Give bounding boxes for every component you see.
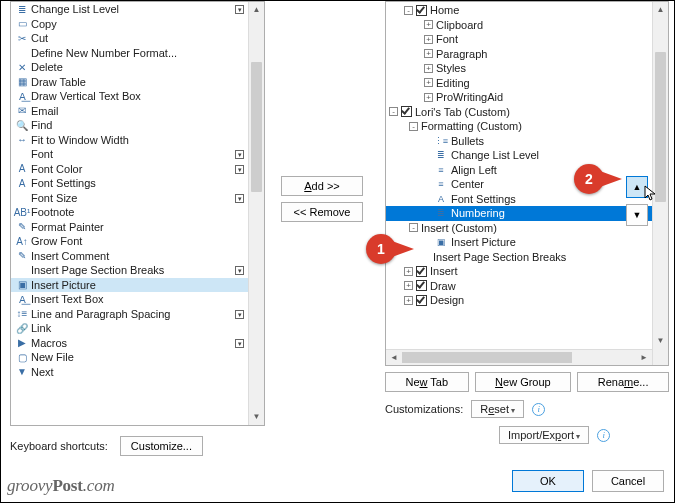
expand-icon[interactable]: + bbox=[424, 35, 433, 44]
expand-icon[interactable]: + bbox=[404, 267, 413, 276]
checkbox[interactable] bbox=[401, 106, 412, 117]
command-item[interactable]: AFont Settings bbox=[11, 176, 264, 191]
scroll-down-button[interactable]: ▼ bbox=[653, 333, 668, 349]
command-item[interactable]: A͟Insert Text Box bbox=[11, 292, 264, 307]
scroll-thumb[interactable] bbox=[251, 62, 262, 192]
tree-item[interactable]: -Formatting (Custom) bbox=[386, 119, 668, 134]
command-label: Insert Comment bbox=[31, 250, 262, 262]
collapse-icon[interactable]: - bbox=[404, 6, 413, 15]
command-item[interactable]: ✎Format Painter bbox=[11, 220, 264, 235]
checkbox[interactable] bbox=[416, 266, 427, 277]
command-item[interactable]: 🔗Link bbox=[11, 321, 264, 336]
reset-dropdown[interactable]: Reset bbox=[471, 400, 524, 418]
tree-item-label: Change List Level bbox=[451, 149, 539, 161]
tree-item-label: ProWritingAid bbox=[436, 91, 503, 103]
command-item[interactable]: ↔Fit to Window Width bbox=[11, 133, 264, 148]
command-item[interactable]: 🔍Find bbox=[11, 118, 264, 133]
scroll-thumb[interactable] bbox=[655, 52, 666, 202]
expand-icon[interactable]: + bbox=[424, 78, 433, 87]
annotation-callout-2: 2 bbox=[574, 164, 604, 194]
command-item[interactable]: A͟Draw Vertical Text Box bbox=[11, 89, 264, 104]
command-item[interactable]: AB¹Footnote bbox=[11, 205, 264, 220]
expand-icon[interactable]: + bbox=[424, 93, 433, 102]
command-item[interactable]: Font Size bbox=[11, 191, 264, 206]
collapse-icon[interactable]: - bbox=[409, 223, 418, 232]
move-down-button[interactable]: ▼ bbox=[626, 204, 648, 226]
scroll-down-button[interactable]: ▼ bbox=[249, 409, 264, 425]
command-item[interactable]: ▢New File bbox=[11, 350, 264, 365]
command-icon: ✂ bbox=[13, 31, 31, 45]
collapse-icon[interactable]: - bbox=[409, 122, 418, 131]
ok-button[interactable]: OK bbox=[512, 470, 584, 492]
tree-item[interactable]: +Editing bbox=[386, 76, 668, 91]
info-icon[interactable]: i bbox=[597, 429, 610, 442]
info-icon[interactable]: i bbox=[532, 403, 545, 416]
command-item[interactable]: ▼Next bbox=[11, 365, 264, 380]
expand-icon[interactable]: + bbox=[404, 281, 413, 290]
command-item[interactable]: ✉Email bbox=[11, 104, 264, 119]
command-item[interactable]: A↑Grow Font bbox=[11, 234, 264, 249]
import-export-dropdown[interactable]: Import/Export bbox=[499, 426, 589, 444]
separator-icon bbox=[235, 165, 244, 174]
add-button[interactable]: Add >> bbox=[281, 176, 363, 196]
tree-item-label: Styles bbox=[436, 62, 466, 74]
command-item[interactable]: ✎Insert Comment bbox=[11, 249, 264, 264]
scroll-up-button[interactable]: ▲ bbox=[653, 2, 668, 18]
scroll-thumb[interactable] bbox=[402, 352, 572, 363]
command-item[interactable]: AFont Color bbox=[11, 162, 264, 177]
command-label: Format Painter bbox=[31, 221, 262, 233]
tree-item[interactable]: +Paragraph bbox=[386, 47, 668, 62]
command-item[interactable]: Insert Page Section Breaks bbox=[11, 263, 264, 278]
command-item[interactable]: ≣Change List Level bbox=[11, 2, 264, 17]
checkbox[interactable] bbox=[416, 295, 427, 306]
command-icon: A bbox=[13, 176, 31, 190]
tree-item[interactable]: +Clipboard bbox=[386, 18, 668, 33]
scroll-right-button[interactable]: ► bbox=[636, 350, 652, 366]
tree-item[interactable]: -Lori's Tab (Custom) bbox=[386, 105, 668, 120]
tree-item[interactable]: +Insert bbox=[386, 264, 668, 279]
command-icon: A͟ bbox=[13, 89, 31, 103]
command-item[interactable]: ▣Insert Picture bbox=[11, 278, 264, 293]
checkbox[interactable] bbox=[416, 5, 427, 16]
customize-shortcuts-button[interactable]: Customize... bbox=[120, 436, 203, 456]
tree-item[interactable]: ≡Align Left bbox=[386, 163, 668, 178]
scroll-up-button[interactable]: ▲ bbox=[249, 2, 264, 18]
expand-icon[interactable]: + bbox=[424, 64, 433, 73]
tree-item-label: Design bbox=[430, 294, 464, 306]
tree-item[interactable]: ⋮≡Bullets bbox=[386, 134, 668, 149]
expand-icon[interactable]: + bbox=[424, 20, 433, 29]
command-item[interactable]: ▦Draw Table bbox=[11, 75, 264, 90]
command-item[interactable]: ✕Delete bbox=[11, 60, 264, 75]
move-up-button[interactable]: ▲ bbox=[626, 176, 648, 198]
command-item[interactable]: ✂Cut bbox=[11, 31, 264, 46]
scroll-left-button[interactable]: ◄ bbox=[386, 350, 402, 366]
expand-icon[interactable]: + bbox=[404, 296, 413, 305]
cancel-button[interactable]: Cancel bbox=[592, 470, 664, 492]
command-item[interactable]: Define New Number Format... bbox=[11, 46, 264, 61]
expand-icon[interactable]: + bbox=[424, 49, 433, 58]
command-item[interactable]: Font bbox=[11, 147, 264, 162]
reorder-buttons: ▲ ▼ bbox=[626, 176, 648, 232]
new-group-button[interactable]: New Group bbox=[475, 372, 572, 392]
tree-item[interactable]: ▣Insert Picture bbox=[386, 235, 668, 250]
tree-item[interactable]: -Home bbox=[386, 3, 668, 18]
tree-item[interactable]: ≣Change List Level bbox=[386, 148, 668, 163]
tree-item[interactable]: +Draw bbox=[386, 279, 668, 294]
new-tab-button[interactable]: New Tab bbox=[385, 372, 469, 392]
tree-item[interactable]: +Styles bbox=[386, 61, 668, 76]
commands-scrollbar[interactable]: ▲ ▼ bbox=[248, 2, 264, 425]
checkbox[interactable] bbox=[416, 280, 427, 291]
tree-item[interactable]: +Font bbox=[386, 32, 668, 47]
command-item[interactable]: ▶Macros bbox=[11, 336, 264, 351]
remove-button[interactable]: << Remove bbox=[281, 202, 363, 222]
commands-listbox[interactable]: ≣Change List Level▭Copy✂CutDefine New Nu… bbox=[10, 1, 265, 426]
command-item[interactable]: ▭Copy bbox=[11, 17, 264, 32]
tree-item[interactable]: +Design bbox=[386, 293, 668, 308]
tree-scrollbar-v[interactable]: ▲ ▼ bbox=[652, 2, 668, 365]
tree-scrollbar-h[interactable]: ◄ ► bbox=[386, 349, 652, 365]
rename-button[interactable]: Rename... bbox=[577, 372, 669, 392]
command-item[interactable]: ↕≡Line and Paragraph Spacing bbox=[11, 307, 264, 322]
tree-item[interactable]: +ProWritingAid bbox=[386, 90, 668, 105]
tree-item[interactable]: Insert Page Section Breaks bbox=[386, 250, 668, 265]
collapse-icon[interactable]: - bbox=[389, 107, 398, 116]
